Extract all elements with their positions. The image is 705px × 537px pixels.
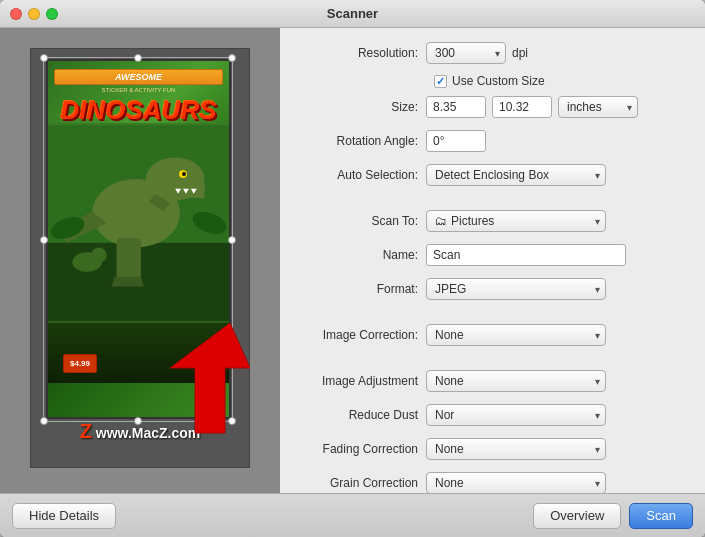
name-label: Name: (296, 248, 426, 262)
minimize-button[interactable] (28, 8, 40, 20)
auto-selection-row: Auto Selection: Detect Enclosing Box (296, 162, 689, 188)
watermark-z: Z (80, 420, 92, 442)
format-dropdown[interactable]: JPEG (426, 278, 606, 300)
overview-button[interactable]: Overview (533, 503, 621, 529)
reduce-dust-label: Reduce Dust (296, 408, 426, 422)
scan-to-row: Scan To: 🗂 Pictures (296, 208, 689, 234)
image-adjustment-dropdown[interactable]: None (426, 370, 606, 392)
dpi-label: dpi (512, 46, 528, 60)
scanner-preview: AWESOME STICKER & ACTIVITY FUN DINOSAURS (0, 28, 280, 493)
main-content: AWESOME STICKER & ACTIVITY FUN DINOSAURS (0, 28, 705, 493)
image-adjustment-controls: None (426, 370, 689, 392)
watermark: Z www.MacZ.com (0, 420, 280, 443)
auto-selection-controls: Detect Enclosing Box (426, 164, 689, 186)
scan-area: AWESOME STICKER & ACTIVITY FUN DINOSAURS (30, 48, 250, 468)
window-title: Scanner (327, 6, 378, 21)
image-correction-dropdown[interactable]: None (426, 324, 606, 346)
settings-panel: Resolution: 300 dpi Use Custom Size Size… (280, 28, 705, 493)
resolution-label: Resolution: (296, 46, 426, 60)
traffic-lights (10, 8, 58, 20)
grain-correction-label: Grain Correction (296, 476, 426, 490)
format-controls: JPEG (426, 278, 689, 300)
scan-to-label: Scan To: (296, 214, 426, 228)
image-adjustment-label: Image Adjustment (296, 374, 426, 388)
maximize-button[interactable] (46, 8, 58, 20)
hide-details-button[interactable]: Hide Details (12, 503, 116, 529)
scan-to-dropdown[interactable]: 🗂 Pictures (426, 210, 606, 232)
titlebar: Scanner (0, 0, 705, 28)
custom-size-label: Use Custom Size (452, 74, 545, 88)
size-unit-dropdown[interactable]: inches (558, 96, 638, 118)
fading-correction-row: Fading Correction None (296, 436, 689, 462)
rotation-label: Rotation Angle: (296, 134, 426, 148)
fading-correction-dropdown[interactable]: None (426, 438, 606, 460)
dino-title: DINOSAURS (48, 97, 229, 123)
trex-svg (48, 123, 229, 323)
svg-rect-12 (116, 238, 140, 282)
grain-correction-controls: None (426, 472, 689, 493)
svg-point-9 (182, 172, 186, 176)
image-correction-row: Image Correction: None (296, 322, 689, 348)
watermark-text: www.MacZ.com (92, 425, 200, 441)
size-label: Size: (296, 100, 426, 114)
awesome-label: AWESOME (54, 69, 223, 85)
sub-label: STICKER & ACTIVITY FUN (54, 87, 223, 93)
custom-size-row: Use Custom Size (296, 74, 689, 88)
name-input[interactable]: Scan (426, 244, 626, 266)
format-label: Format: (296, 282, 426, 296)
name-row: Name: Scan (296, 242, 689, 268)
format-row: Format: JPEG (296, 276, 689, 302)
size-height-input[interactable]: 10.32 (492, 96, 552, 118)
image-correction-controls: None (426, 324, 689, 346)
svg-marker-14 (112, 277, 144, 287)
rotation-controls: 0° (426, 130, 689, 152)
svg-point-16 (91, 247, 107, 263)
bottom-toolbar: Hide Details Overview Scan (0, 493, 705, 537)
reduce-dust-row: Reduce Dust Nor (296, 402, 689, 428)
resolution-dropdown[interactable]: 300 (426, 42, 506, 64)
reduce-dust-dropdown[interactable]: Nor (426, 404, 606, 426)
image-correction-label: Image Correction: (296, 328, 426, 342)
scan-to-controls: 🗂 Pictures (426, 210, 689, 232)
auto-selection-dropdown[interactable]: Detect Enclosing Box (426, 164, 606, 186)
rotation-row: Rotation Angle: 0° (296, 128, 689, 154)
auto-selection-label: Auto Selection: (296, 168, 426, 182)
scan-button[interactable]: Scan (629, 503, 693, 529)
size-width-input[interactable]: 8.35 (426, 96, 486, 118)
book-cover: AWESOME STICKER & ACTIVITY FUN DINOSAURS (46, 59, 231, 419)
rotation-input[interactable]: 0° (426, 130, 486, 152)
book-bottom: $4.99 (48, 323, 229, 383)
size-controls: 8.35 10.32 inches (426, 96, 689, 118)
resolution-row: Resolution: 300 dpi (296, 40, 689, 66)
reduce-dust-controls: Nor (426, 404, 689, 426)
resolution-controls: 300 dpi (426, 42, 689, 64)
dino-image (48, 123, 229, 323)
size-row: Size: 8.35 10.32 inches (296, 94, 689, 120)
grain-correction-dropdown[interactable]: None (426, 472, 606, 493)
image-adjustment-row: Image Adjustment None (296, 368, 689, 394)
custom-size-checkbox[interactable] (434, 75, 447, 88)
close-button[interactable] (10, 8, 22, 20)
scanner-window: Scanner AWESOME STICKER & ACTIVITY FUN D… (0, 0, 705, 537)
fading-correction-controls: None (426, 438, 689, 460)
grain-correction-row: Grain Correction None (296, 470, 689, 493)
fading-correction-label: Fading Correction (296, 442, 426, 456)
name-controls: Scan (426, 244, 689, 266)
